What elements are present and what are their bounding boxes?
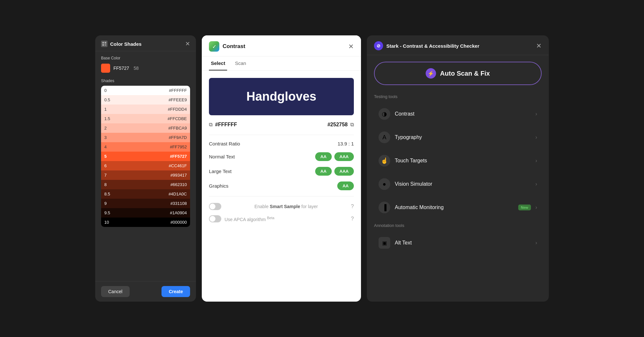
create-button[interactable]: Create	[161, 286, 190, 297]
testing-tools-label: Testing tools	[374, 94, 542, 99]
shade-row: 8.5#4D1A0C	[101, 189, 190, 199]
auto-scan-label: Auto Scan & Fix	[440, 70, 490, 77]
automatic-monitoring-icon: ▐	[379, 202, 390, 213]
tab-select[interactable]: Select	[209, 56, 227, 70]
chevron-right-icon: ›	[535, 181, 537, 187]
stark-title: Stark - Contrast & Accessibility Checker	[386, 43, 479, 49]
alt-text-icon: ▣	[379, 237, 390, 249]
annotation-tool-alt-text[interactable]: ▣Alt Text›	[374, 232, 542, 254]
smart-sample-toggle[interactable]	[209, 203, 221, 210]
shade-row: 0.5#FFEEE9	[101, 95, 190, 105]
apca-toggle[interactable]	[209, 215, 221, 222]
tool-item-automatic-monitoring[interactable]: ▐Automatic MonitoringNew›	[374, 196, 542, 218]
stark-panel: ⊘ Stark - Contrast & Accessibility Check…	[367, 35, 549, 302]
smart-sample-help-icon[interactable]: ?	[351, 204, 354, 209]
large-aaa-badge: AAA	[334, 167, 354, 176]
shade-level: 8	[101, 180, 114, 189]
annotation-tool-name: Alt Text	[395, 240, 412, 246]
bg-color-chip: #252758 ⧉	[328, 122, 354, 128]
panel-footer: Cancel Create	[95, 281, 196, 302]
shade-level: 0	[101, 86, 114, 95]
panel-body: Base Color FF5727 58 Shades 0#FFFFFF0.5#…	[95, 51, 196, 281]
shade-hex: #FFBCA9	[114, 123, 190, 133]
contrast-panel: ✓ Contrast ✕ Select Scan Handgloves ⧉ #F…	[202, 35, 361, 302]
shade-row: 4#FF7952	[101, 142, 190, 152]
shade-row: 3#FF9A7D	[101, 133, 190, 142]
touch-targets-icon: ☝	[379, 155, 390, 167]
tool-name: Vision Simulator	[395, 181, 432, 187]
shade-hex: #4D1A0C	[114, 189, 190, 199]
svg-rect-3	[105, 44, 106, 46]
shade-level: 0.5	[101, 95, 114, 105]
tool-name: Touch Targets	[395, 158, 427, 164]
tab-scan[interactable]: Scan	[233, 56, 248, 70]
shade-hex: #331108	[114, 199, 190, 208]
chevron-right-icon: ›	[535, 111, 537, 117]
smart-sample-row: Enable Smart Sample for layer ?	[209, 203, 354, 210]
stark-close-button[interactable]: ✕	[536, 42, 542, 50]
bg-copy-icon[interactable]: ⧉	[350, 122, 354, 128]
fg-color-chip: ⧉ #FFFFFF	[209, 122, 237, 128]
shade-row: 0#FFFFFF	[101, 86, 190, 95]
fg-copy-icon[interactable]: ⧉	[209, 122, 213, 128]
annotation-tools-label: Annotation tools	[374, 223, 542, 228]
shade-hex: #FF9A7D	[114, 133, 190, 142]
shade-level: 1.5	[101, 114, 114, 123]
chevron-right-icon: ›	[535, 134, 537, 140]
shade-hex: #FFFFFF	[114, 86, 190, 95]
contrast-app-icon: ✓	[209, 41, 219, 52]
shade-level: 5	[101, 152, 114, 161]
shade-hex: #FF7952	[114, 142, 190, 152]
normal-text-badges: AA AAA	[315, 152, 354, 161]
tool-item-typography[interactable]: ATypography›	[374, 126, 542, 148]
shade-row: 2#FFBCA9	[101, 123, 190, 133]
graphics-badges: AA	[337, 181, 354, 190]
base-color-row: FF5727 58	[101, 64, 190, 73]
auto-scan-button[interactable]: ⚡ Auto Scan & Fix	[374, 62, 542, 85]
shade-row: 10#000000	[101, 218, 190, 227]
shade-level: 7	[101, 170, 114, 180]
shade-row: 9#331108	[101, 199, 190, 208]
normal-text-row: Normal Text AA AAA	[209, 152, 354, 161]
contrast-title: Contrast	[223, 43, 245, 50]
tools-list: ◑Contrast›ATypography›☝Touch Targets›●Vi…	[374, 103, 542, 218]
tool-name: Contrast	[395, 111, 414, 117]
tool-item-contrast[interactable]: ◑Contrast›	[374, 103, 542, 125]
contrast-tabs: Select Scan	[202, 56, 361, 71]
shade-row: 1.5#FFCDBE	[101, 114, 190, 123]
preview-text: Handgloves	[246, 90, 316, 103]
contrast-ratio-value: 13.9 : 1	[338, 141, 354, 146]
shade-level: 1	[101, 105, 114, 114]
shade-row: 8#662310	[101, 180, 190, 189]
shade-row: 9.5#1A0904	[101, 208, 190, 218]
normal-aa-badge: AA	[315, 152, 332, 161]
stark-app-icon: ⊘	[374, 41, 383, 50]
contrast-ratio-label: Contrast Ratio	[209, 141, 240, 146]
close-button[interactable]: ✕	[185, 41, 190, 47]
base-color-swatch	[101, 64, 110, 73]
tool-item-vision-simulator[interactable]: ●Vision Simulator›	[374, 173, 542, 195]
new-badge: New	[518, 205, 531, 210]
large-text-row: Large Text AA AAA	[209, 167, 354, 176]
shade-level: 9.5	[101, 208, 114, 218]
cancel-button[interactable]: Cancel	[101, 286, 130, 297]
shade-row: 1#FFDDD4	[101, 105, 190, 114]
apca-toggle-knob	[210, 216, 215, 222]
vision-simulator-icon: ●	[379, 178, 390, 190]
annotation-tools-list: ▣Alt Text›	[374, 232, 542, 254]
bg-color-hex: #252758	[328, 122, 348, 128]
normal-aaa-badge: AAA	[334, 152, 354, 161]
toggle-knob	[210, 204, 215, 209]
graphics-label: Graphics	[209, 183, 228, 189]
chevron-right-icon: ›	[535, 240, 537, 246]
apca-help-icon[interactable]: ?	[351, 216, 354, 222]
shade-row: 6#CC461F	[101, 161, 190, 170]
tool-item-touch-targets[interactable]: ☝Touch Targets›	[374, 150, 542, 172]
contrast-close-button[interactable]: ✕	[348, 43, 354, 50]
smart-sample-label: Enable Smart Sample for layer	[254, 204, 318, 209]
graphics-row: Graphics AA	[209, 181, 354, 190]
tool-name: Automatic Monitoring	[395, 205, 444, 210]
divider	[209, 135, 354, 135]
large-aa-badge: AA	[315, 167, 332, 176]
shade-level: 4	[101, 142, 114, 152]
